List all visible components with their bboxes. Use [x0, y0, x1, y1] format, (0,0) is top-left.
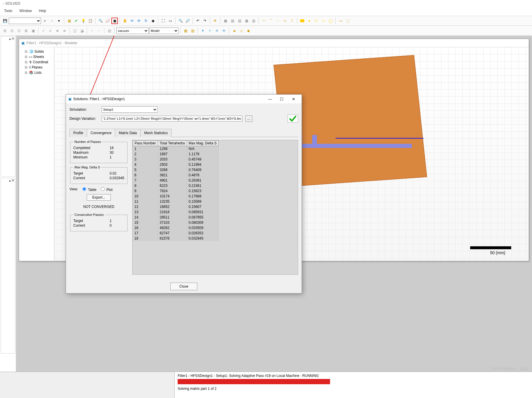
curve4-icon[interactable]: ∿: [282, 18, 288, 24]
table-row[interactable]: 749010.26381: [133, 178, 219, 183]
minimize-icon[interactable]: —: [264, 95, 276, 103]
table-row[interactable]: 17627470.026353: [133, 230, 219, 236]
combo-blank[interactable]: [9, 18, 41, 24]
render4-icon[interactable]: ▦: [243, 18, 250, 24]
table-row[interactable]: 13219180.085931: [133, 209, 219, 215]
close-button[interactable]: Close: [170, 283, 198, 290]
zoom-in-icon[interactable]: ＋: [42, 18, 48, 24]
table-header[interactable]: Max Mag. Delta S: [187, 141, 218, 146]
tab-mesh-statistics[interactable]: Mesh Statistics: [140, 129, 172, 137]
table-row[interactable]: 638210.4878: [133, 172, 219, 178]
t2-20-icon[interactable]: ✣: [221, 28, 227, 34]
render3-icon[interactable]: ▧: [236, 18, 243, 24]
redo-icon[interactable]: ↷: [202, 18, 208, 24]
tree-lists[interactable]: ⊞📚 Lists: [20, 70, 53, 75]
rotate2-icon[interactable]: ⟳: [136, 18, 142, 24]
tree-sheets[interactable]: ⊞▭ Sheets: [20, 54, 53, 59]
render2-icon[interactable]: ▨: [229, 18, 236, 24]
render1-icon[interactable]: ▩: [222, 18, 229, 24]
menu-help[interactable]: Help: [39, 9, 46, 15]
t2-7-icon[interactable]: ⫻: [47, 28, 54, 34]
tree-planes[interactable]: ⊞◊ Planes: [20, 65, 53, 70]
t2-17-icon[interactable]: ✦: [200, 28, 206, 34]
shape-ellipse-icon[interactable]: ⬭: [320, 18, 327, 24]
doc-icon[interactable]: ▦: [66, 18, 72, 24]
table-row[interactable]: 18815760.032945: [133, 236, 219, 241]
shape-rect-icon[interactable]: [299, 18, 305, 24]
t2-9-icon[interactable]: ⩨: [61, 28, 68, 34]
tab-matrix-data[interactable]: Matrix Data: [115, 129, 140, 137]
pane-pin-icon[interactable]: ▴: [9, 37, 11, 41]
view-table-radio[interactable]: Table: [81, 186, 96, 192]
model-tree[interactable]: ⊞🧊 Solids ⊞▭ Sheets ⊞↯ Coordinat ⊞◊ Plan…: [19, 47, 54, 261]
convergence-table-wrap[interactable]: Pass NumberTotal TetrahedraMax Mag. Delt…: [132, 140, 298, 275]
shape-poly-icon[interactable]: ⬠: [313, 18, 319, 24]
t2-18-icon[interactable]: ✧: [207, 28, 213, 34]
table-row[interactable]: 10101740.17668: [133, 194, 219, 199]
pane-close-icon[interactable]: ✕: [11, 37, 14, 41]
t2-15-icon[interactable]: ▦: [182, 28, 189, 34]
bulb-icon[interactable]: 💡: [80, 18, 86, 24]
menu-window[interactable]: Window: [19, 9, 32, 15]
table-row[interactable]: 11132350.15589: [133, 199, 219, 204]
t2-11-icon[interactable]: ◪: [79, 28, 85, 34]
fit-icon[interactable]: ⛶: [160, 18, 166, 24]
pane2-pin-icon[interactable]: ▴: [9, 178, 11, 182]
t2-13-icon[interactable]: ⟋: [96, 28, 102, 34]
t2-5-icon[interactable]: ▣: [30, 28, 36, 34]
table-row[interactable]: 862230.21561: [133, 183, 219, 188]
validate-button[interactable]: [288, 115, 298, 123]
table-header[interactable]: Total Tetrahedra: [158, 141, 187, 146]
fitsel-icon[interactable]: ▭: [167, 18, 174, 24]
model-combo[interactable]: Model: [149, 28, 179, 34]
view-plot-radio[interactable]: Plot: [99, 186, 113, 192]
t2-22-icon[interactable]: ◇: [238, 28, 244, 34]
curve3-icon[interactable]: ⟋: [275, 18, 281, 24]
simulation-combo[interactable]: Setup1: [102, 106, 157, 113]
t2-1-icon[interactable]: ⊞: [2, 28, 8, 34]
solution-data-icon[interactable]: ▣: [111, 18, 118, 24]
table-row[interactable]: 216971.1176: [133, 151, 219, 157]
table-row[interactable]: 11298N/A: [133, 146, 219, 152]
t2-6-icon[interactable]: ⫽: [40, 28, 47, 34]
table-row[interactable]: 425030.11994: [133, 162, 219, 167]
t2-21-icon[interactable]: ◈: [231, 28, 237, 34]
curve2-icon[interactable]: ⌒: [268, 18, 274, 24]
zoomall-icon[interactable]: 🔎: [184, 18, 191, 24]
design-variation-field[interactable]: [102, 116, 242, 122]
cyl-icon[interactable]: ⬚: [344, 18, 351, 24]
undo-icon[interactable]: ↶: [195, 18, 201, 24]
material-combo[interactable]: vacuum: [116, 28, 149, 34]
table-row[interactable]: 532680.76409: [133, 167, 219, 172]
dropdown-icon[interactable]: ▾: [56, 18, 62, 24]
render5-icon[interactable]: ▥: [250, 18, 257, 24]
t2-16-icon[interactable]: ▧: [189, 28, 196, 34]
t2-19-icon[interactable]: ✢: [214, 28, 220, 34]
close-icon[interactable]: ✕: [288, 95, 299, 103]
t2-8-icon[interactable]: ⩩: [54, 28, 61, 34]
curve1-icon[interactable]: 〰: [261, 18, 267, 24]
chart-icon[interactable]: 📈: [104, 18, 111, 24]
maximize-icon[interactable]: ☐: [276, 95, 288, 103]
clipboard-icon[interactable]: 📋: [87, 18, 94, 24]
table-row[interactable]: 15371030.080309: [133, 220, 219, 225]
menu-tools[interactable]: Tools: [4, 9, 12, 15]
magnify-icon[interactable]: 🔍: [97, 18, 104, 24]
pan-icon[interactable]: ✋: [122, 18, 128, 24]
tree-coord[interactable]: ⊞↯ Coordinat: [20, 59, 53, 65]
save-icon[interactable]: 💾: [2, 18, 8, 24]
table-row[interactable]: 320330.45749: [133, 157, 219, 162]
shape-ring-icon[interactable]: ◯: [327, 18, 334, 24]
eye-icon[interactable]: 👁: [212, 18, 218, 24]
t2-2-icon[interactable]: ⊟: [9, 28, 15, 34]
t2-4-icon[interactable]: ⊠: [23, 28, 29, 34]
table-row[interactable]: 978240.15823: [133, 188, 219, 194]
zoomwin-icon[interactable]: 🔍: [177, 18, 184, 24]
t2-10-icon[interactable]: ◫: [72, 28, 78, 34]
browse-button[interactable]: …: [245, 115, 252, 122]
tab-convergence[interactable]: Convergence: [87, 129, 115, 137]
zoom-out-icon[interactable]: －: [49, 18, 55, 24]
tree-solids[interactable]: ⊞🧊 Solids: [20, 49, 53, 54]
shape-circle-icon[interactable]: ●: [306, 18, 312, 24]
rotate3-icon[interactable]: ↻: [143, 18, 149, 24]
